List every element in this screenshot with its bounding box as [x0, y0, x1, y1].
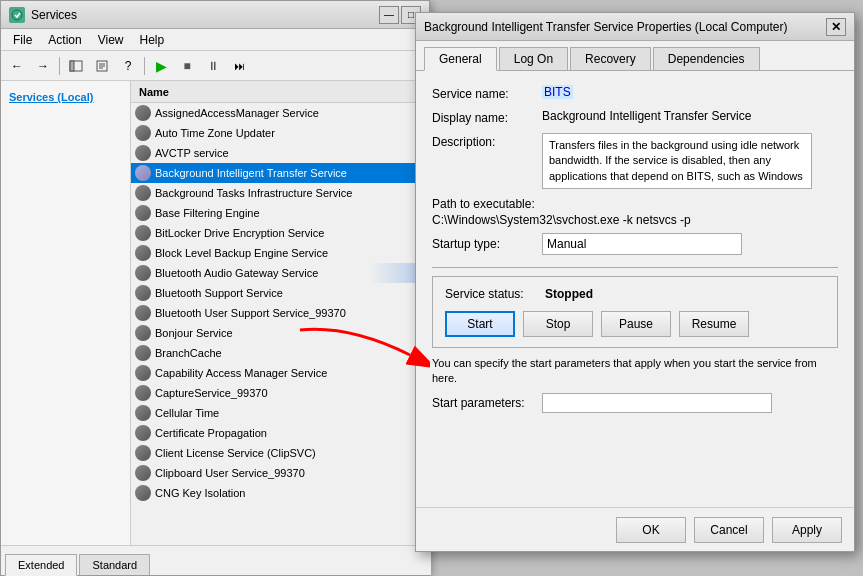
list-item[interactable]: Bluetooth Audio Gateway Service [131, 263, 429, 283]
tab-logon[interactable]: Log On [499, 47, 568, 70]
services-sidebar: Services (Local) [1, 81, 131, 547]
description-value: Transfers files in the background using … [542, 133, 812, 189]
toolbar-separator-1 [59, 57, 60, 75]
list-item[interactable]: CaptureService_99370 [131, 383, 429, 403]
list-item[interactable]: BitLocker Drive Encryption Service [131, 223, 429, 243]
list-item[interactable]: Bluetooth User Support Service_99370 [131, 303, 429, 323]
svg-rect-2 [70, 61, 74, 71]
description-label: Description: [432, 133, 542, 149]
service-icon [135, 185, 151, 201]
status-section: Service status: Stopped Start Stop Pause… [432, 276, 838, 348]
list-item[interactable]: Clipboard User Service_99370 [131, 463, 429, 483]
services-list-area: Name AssignedAccessManager Service Auto … [131, 81, 429, 547]
service-icon [135, 245, 151, 261]
list-item[interactable]: BranchCache [131, 343, 429, 363]
service-icon [135, 105, 151, 121]
services-list[interactable]: AssignedAccessManager Service Auto Time … [131, 103, 429, 547]
display-name-row: Display name: Background Intelligent Tra… [432, 109, 838, 125]
service-icon [135, 225, 151, 241]
dialog-title: Background Intelligent Transfer Service … [424, 20, 826, 34]
service-icon [135, 405, 151, 421]
forward-button[interactable]: → [31, 55, 55, 77]
help-toolbar-button[interactable]: ? [116, 55, 140, 77]
back-button[interactable]: ← [5, 55, 29, 77]
menu-help[interactable]: Help [132, 31, 173, 49]
path-value: C:\Windows\System32\svchost.exe -k netsv… [432, 213, 838, 227]
path-section: Path to executable: C:\Windows\System32\… [432, 197, 838, 227]
list-item[interactable]: CNG Key Isolation [131, 483, 429, 503]
pause-button[interactable]: ⏸ [201, 55, 225, 77]
tab-standard[interactable]: Standard [79, 554, 150, 575]
stop-button[interactable]: Stop [523, 311, 593, 337]
list-header: Name [131, 81, 429, 103]
bottom-tabs: Extended Standard [1, 545, 431, 575]
display-name-label: Display name: [432, 109, 542, 125]
tab-general[interactable]: General [424, 47, 497, 71]
list-item[interactable]: Capability Access Manager Service [131, 363, 429, 383]
service-icon [135, 425, 151, 441]
startup-type-select[interactable]: Automatic Automatic (Delayed Start) Manu… [542, 233, 742, 255]
list-item[interactable]: Bluetooth Support Service [131, 283, 429, 303]
service-icon [135, 465, 151, 481]
play-button[interactable]: ▶ [149, 55, 173, 77]
menu-action[interactable]: Action [40, 31, 89, 49]
list-item[interactable]: Auto Time Zone Updater [131, 123, 429, 143]
dialog-buttons: OK Cancel Apply [416, 507, 854, 551]
start-button[interactable]: Start [445, 311, 515, 337]
service-icon [135, 125, 151, 141]
ok-button[interactable]: OK [616, 517, 686, 543]
list-item[interactable]: Base Filtering Engine [131, 203, 429, 223]
service-icon [135, 145, 151, 161]
status-value: Stopped [545, 287, 593, 301]
status-row: Service status: Stopped [445, 287, 825, 301]
status-label: Service status: [445, 287, 545, 301]
apply-button[interactable]: Apply [772, 517, 842, 543]
dialog-content: Service name: BITS Display name: Backgro… [416, 71, 854, 427]
list-item[interactable]: Cellular Time [131, 403, 429, 423]
minimize-button[interactable]: — [379, 6, 399, 24]
list-item[interactable]: AssignedAccessManager Service [131, 103, 429, 123]
restart-button[interactable]: ⏭ [227, 55, 251, 77]
tab-dependencies[interactable]: Dependencies [653, 47, 760, 70]
list-item[interactable]: Block Level Backup Engine Service [131, 243, 429, 263]
description-row: Description: Transfers files in the back… [432, 133, 838, 189]
sidebar-services-local[interactable]: Services (Local) [9, 89, 122, 105]
cancel-button[interactable]: Cancel [694, 517, 764, 543]
list-item[interactable]: AVCTP service [131, 143, 429, 163]
services-app-icon [9, 7, 25, 23]
service-icon [135, 305, 151, 321]
name-column-header[interactable]: Name [135, 86, 173, 98]
resume-button[interactable]: Resume [679, 311, 749, 337]
params-label: Start parameters: [432, 396, 542, 410]
services-window: Services — □ File Action View Help ← → ?… [0, 0, 430, 576]
service-name-row: Service name: BITS [432, 85, 838, 101]
show-hide-button[interactable] [64, 55, 88, 77]
service-name-label: Service name: [432, 85, 542, 101]
service-icon [135, 385, 151, 401]
pause-button[interactable]: Pause [601, 311, 671, 337]
menu-bar: File Action View Help [1, 29, 429, 51]
services-panel: Services (Local) Name AssignedAccessMana… [1, 81, 429, 547]
stop-button[interactable]: ■ [175, 55, 199, 77]
properties-button[interactable] [90, 55, 114, 77]
dialog-close-button[interactable]: ✕ [826, 18, 846, 36]
path-label: Path to executable: [432, 197, 838, 211]
info-text: You can specify the start parameters tha… [432, 356, 838, 387]
toolbar-separator-2 [144, 57, 145, 75]
display-name-value: Background Intelligent Transfer Service [542, 109, 751, 123]
list-item[interactable]: Bonjour Service [131, 323, 429, 343]
tab-extended[interactable]: Extended [5, 554, 77, 576]
menu-file[interactable]: File [5, 31, 40, 49]
action-buttons: Start Stop Pause Resume [445, 311, 825, 337]
tab-recovery[interactable]: Recovery [570, 47, 651, 70]
service-icon [135, 365, 151, 381]
params-input[interactable] [542, 393, 772, 413]
list-item[interactable]: Certificate Propagation [131, 423, 429, 443]
menu-view[interactable]: View [90, 31, 132, 49]
list-item-selected[interactable]: Background Intelligent Transfer Service [131, 163, 429, 183]
list-item[interactable]: Background Tasks Infrastructure Service [131, 183, 429, 203]
services-window-title: Services [31, 8, 379, 22]
startup-label: Startup type: [432, 237, 542, 251]
service-icon [135, 265, 151, 281]
list-item[interactable]: Client License Service (ClipSVC) [131, 443, 429, 463]
